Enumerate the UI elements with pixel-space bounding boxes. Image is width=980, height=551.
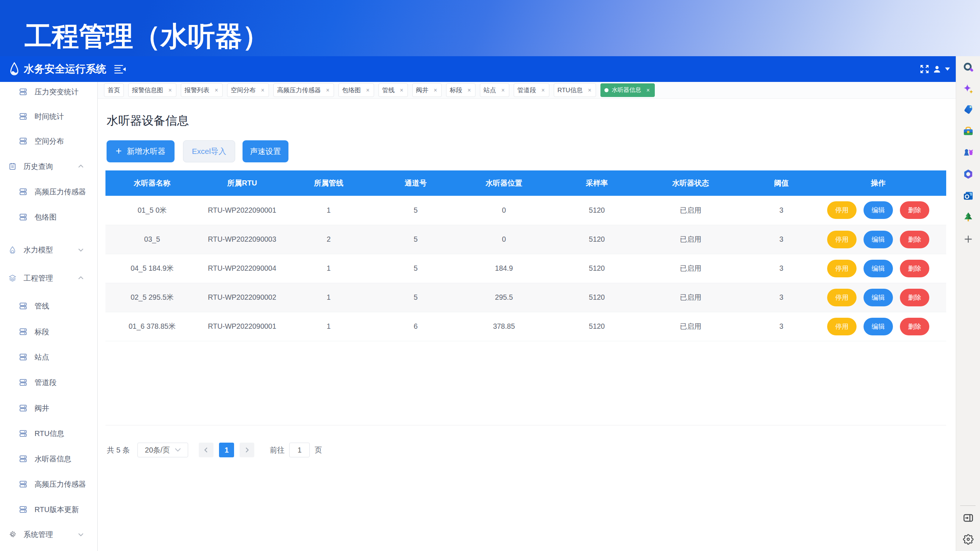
tab-标段[interactable]: 标段×	[446, 83, 476, 97]
toolbox-icon[interactable]	[963, 125, 974, 137]
excel-import-button[interactable]: Excel导入	[183, 140, 235, 162]
close-icon[interactable]: ×	[260, 87, 265, 93]
server-icon-svg	[19, 405, 27, 412]
games-icon[interactable]	[963, 146, 974, 158]
close-icon[interactable]: ×	[646, 87, 651, 93]
close-icon[interactable]: ×	[587, 87, 592, 93]
table-row: 03_5RTU-WP20220900032505120已启用3停用编辑删除	[105, 225, 946, 254]
close-icon[interactable]: ×	[433, 87, 438, 93]
close-icon[interactable]: ×	[365, 87, 371, 93]
tab-空间分布[interactable]: 空间分布×	[227, 83, 269, 97]
settings-icon[interactable]	[963, 534, 974, 545]
waterdrop-icon-svg	[9, 246, 16, 254]
goto-page-input[interactable]: 1	[289, 443, 310, 457]
action-删除-button[interactable]: 删除	[900, 231, 929, 248]
tab-水听器信息[interactable]: 水听器信息×	[600, 83, 655, 97]
menu-item-高频压力传感器[interactable]: 高频压力传感器	[0, 472, 97, 497]
page-size-value: 20条/页	[145, 445, 170, 455]
next-page-button[interactable]	[240, 443, 254, 457]
microsoft-365-icon[interactable]	[963, 168, 974, 180]
tab-阀井[interactable]: 阀井×	[412, 83, 442, 97]
action-停用-button[interactable]: 停用	[827, 201, 856, 219]
page-size-select[interactable]: 20条/页	[137, 443, 188, 457]
current-page-button[interactable]: 1	[219, 443, 234, 457]
action-停用-button[interactable]: 停用	[827, 318, 856, 335]
close-icon[interactable]: ×	[541, 87, 546, 93]
tab-管线[interactable]: 管线×	[379, 83, 408, 97]
cell-采样率: 5120	[549, 312, 645, 341]
menu-item-系统管理[interactable]: 系统管理	[0, 522, 97, 547]
menu-item-历史查询[interactable]: 历史查询	[0, 154, 97, 179]
action-删除-button[interactable]: 删除	[900, 201, 929, 219]
menu-item-label: 标段	[35, 327, 49, 337]
cell-所属RTU: RTU-WP2022090004	[199, 254, 285, 283]
close-icon[interactable]: ×	[501, 87, 506, 93]
close-icon[interactable]: ×	[399, 87, 404, 93]
tab-包络图[interactable]: 包络图×	[339, 83, 374, 97]
menu-item-包络图[interactable]: 包络图	[0, 205, 97, 230]
menu-item-label: 管线	[35, 301, 49, 311]
open-sidebar-icon[interactable]	[963, 512, 974, 524]
column-header-水听器位置: 水听器位置	[459, 170, 549, 196]
action-编辑-button[interactable]: 编辑	[864, 318, 893, 335]
menu-item-水力模型[interactable]: 水力模型	[0, 237, 97, 262]
menu-item-管线[interactable]: 管线	[0, 294, 97, 319]
menu-item-站点[interactable]: 站点	[0, 345, 97, 370]
tree-icon-svg	[963, 211, 974, 223]
action-停用-button[interactable]: 停用	[827, 289, 856, 306]
action-编辑-button[interactable]: 编辑	[864, 260, 893, 277]
server-icon	[19, 481, 27, 488]
action-删除-button[interactable]: 删除	[900, 318, 929, 335]
tab-首页[interactable]: 首页	[104, 83, 124, 97]
action-删除-button[interactable]: 删除	[900, 289, 929, 306]
fullscreen-icon[interactable]	[920, 64, 929, 74]
shopping-tag-icon[interactable]	[963, 103, 974, 115]
action-停用-button[interactable]: 停用	[827, 231, 856, 248]
menu-item-标段[interactable]: 标段	[0, 319, 97, 344]
copilot-sparkle-icon[interactable]	[963, 83, 974, 95]
close-icon[interactable]: ×	[214, 87, 219, 93]
action-停用-button[interactable]: 停用	[827, 260, 856, 277]
tab-高频压力传感器[interactable]: 高频压力传感器×	[274, 83, 334, 97]
close-icon[interactable]: ×	[467, 87, 472, 93]
prev-page-button[interactable]	[199, 443, 213, 457]
tab-报警信息图[interactable]: 报警信息图×	[128, 83, 177, 97]
cell-通道号: 5	[372, 283, 459, 312]
close-icon[interactable]: ×	[325, 87, 330, 93]
server-icon-svg	[19, 353, 27, 361]
action-编辑-button[interactable]: 编辑	[864, 201, 893, 219]
tab-管道段[interactable]: 管道段×	[514, 83, 549, 97]
menu-item-阀井[interactable]: 阀井	[0, 395, 97, 421]
menu-item-空间分布[interactable]: 空间分布	[0, 129, 97, 154]
menu-item-高频压力传感器[interactable]: 高频压力传感器	[0, 179, 97, 204]
action-编辑-button[interactable]: 编辑	[864, 231, 893, 248]
menu-item-时间统计[interactable]: 时间统计	[0, 104, 97, 129]
menu-item-压力突变统计[interactable]: 压力突变统计	[0, 79, 97, 104]
menu-item-RTU版本更新[interactable]: RTU版本更新	[0, 497, 97, 522]
tab-label: 包络图	[342, 86, 361, 94]
close-icon[interactable]: ×	[167, 87, 173, 93]
menu-item-工程管理[interactable]: 工程管理	[0, 265, 97, 291]
tree-icon[interactable]	[963, 211, 974, 223]
outlook-icon[interactable]	[963, 190, 974, 202]
action-编辑-button[interactable]: 编辑	[864, 289, 893, 306]
server-icon-svg	[19, 188, 27, 195]
menu-item-RTU信息[interactable]: RTU信息	[0, 421, 97, 446]
caret-down-icon[interactable]	[945, 67, 950, 71]
menu-fold-icon[interactable]	[114, 65, 126, 74]
action-删除-button[interactable]: 删除	[900, 260, 929, 277]
search-icon[interactable]	[963, 62, 974, 73]
outlook-icon-svg	[963, 190, 974, 202]
menu-item-管道段[interactable]: 管道段	[0, 370, 97, 395]
tab-报警列表[interactable]: 报警列表×	[181, 83, 223, 97]
server-icon-svg	[19, 328, 27, 335]
tab-RTU信息[interactable]: RTU信息×	[554, 83, 596, 97]
sound-speed-button[interactable]: 声速设置	[242, 140, 288, 162]
menu-item-label: RTU版本更新	[35, 505, 79, 514]
total-count-label: 共 5 条	[107, 445, 130, 455]
add-hydrophone-button[interactable]: + 新增水听器	[107, 140, 175, 162]
user-icon[interactable]	[932, 65, 942, 73]
menu-item-水听器信息[interactable]: 水听器信息	[0, 446, 97, 471]
tab-站点[interactable]: 站点×	[480, 83, 509, 97]
add-icon[interactable]	[963, 233, 974, 245]
